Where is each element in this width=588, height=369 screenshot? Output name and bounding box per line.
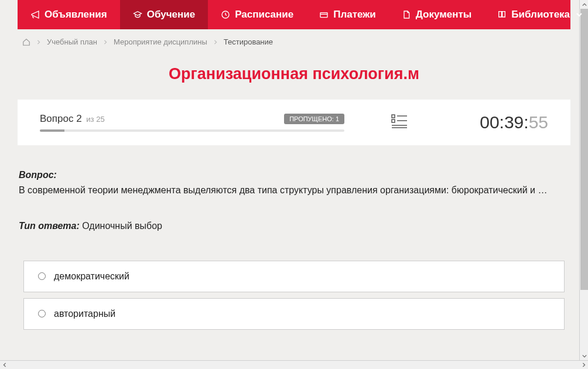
breadcrumb: Учебный план Мероприятие дисциплины Тест…: [18, 29, 570, 54]
main-navbar: Объявления Обучение Расписание Платежи: [18, 0, 570, 29]
timer-main: 00:39:: [480, 112, 528, 132]
home-icon[interactable]: [22, 38, 30, 46]
option-radio[interactable]: [38, 272, 46, 280]
option-text: авторитарный: [54, 309, 115, 319]
question-number: 2: [76, 113, 81, 124]
scroll-track[interactable]: [9, 361, 579, 370]
answer-type-label: Тип ответа:: [19, 221, 80, 231]
scroll-left-arrow[interactable]: [0, 361, 9, 370]
answer-type: Тип ответа: Одиночный выбор: [19, 221, 569, 231]
option-radio[interactable]: [38, 310, 46, 317]
question-of-word: из: [86, 115, 94, 124]
nav-learning[interactable]: Обучение: [120, 0, 208, 29]
question-area: Вопрос: В современной теории менеджмента…: [18, 168, 570, 347]
chevron-right-icon: [103, 40, 108, 45]
breadcrumb-link[interactable]: Учебный план: [47, 37, 97, 46]
answer-type-value: Одиночный выбор: [82, 221, 162, 231]
list-icon: [391, 114, 408, 128]
options-container: демократический авторитарный: [19, 261, 569, 347]
nav-item-label: Обучение: [147, 9, 195, 20]
chevron-right-icon: [36, 40, 41, 45]
nav-item-label: Платежи: [333, 9, 376, 20]
option-row[interactable]: авторитарный: [23, 298, 565, 330]
nav-item-label: Объявления: [45, 9, 107, 20]
nav-payments[interactable]: Платежи: [306, 0, 389, 29]
question-total: из 25: [86, 115, 104, 124]
nav-announcements[interactable]: Объявления: [18, 0, 120, 29]
skipped-label: ПРОПУЩЕНО:: [289, 115, 334, 122]
nav-schedule[interactable]: Расписание: [208, 0, 306, 29]
question-label: Вопрос:: [19, 170, 57, 180]
breadcrumb-current: Тестирование: [224, 37, 273, 46]
question-list-button[interactable]: [391, 114, 408, 131]
page-title: Организационная психология.м: [18, 65, 570, 83]
svg-rect-2: [392, 115, 395, 118]
nav-item-label: Библиотека: [511, 9, 570, 20]
question-total-num: 25: [96, 115, 104, 124]
progress-section: Вопрос 2 из 25 ПРОПУЩЕНО: 1: [40, 113, 344, 132]
nav-library[interactable]: Библиотека: [484, 0, 588, 29]
chevron-right-icon: [213, 40, 218, 45]
breadcrumb-link[interactable]: Мероприятие дисциплины: [114, 37, 207, 46]
nav-item-label: Документы: [416, 9, 472, 20]
horizontal-scrollbar[interactable]: [0, 360, 588, 369]
chevron-down-icon: [576, 11, 583, 18]
question-prefix: Вопрос: [40, 113, 73, 124]
nav-documents[interactable]: Документы: [389, 0, 485, 29]
option-text: демократический: [54, 271, 129, 282]
clock-icon: [221, 10, 230, 19]
payment-icon: [319, 10, 329, 19]
skipped-count: 1: [336, 115, 339, 122]
scroll-right-arrow[interactable]: [579, 361, 588, 370]
skipped-badge: ПРОПУЩЕНО: 1: [284, 114, 344, 124]
option-row[interactable]: демократический: [23, 261, 565, 292]
svg-rect-1: [320, 13, 327, 18]
question-block: Вопрос: В современной теории менеджмента…: [19, 168, 569, 199]
progress-bar: [40, 129, 344, 132]
progress-fill: [40, 129, 64, 132]
book-icon: [497, 10, 507, 19]
question-text: В современной теории менеджмента выделяю…: [19, 185, 547, 195]
document-icon: [402, 10, 411, 19]
nav-item-label: Расписание: [235, 9, 293, 20]
svg-rect-3: [392, 119, 395, 122]
timer-seconds: 55: [529, 112, 548, 132]
status-bar: Вопрос 2 из 25 ПРОПУЩЕНО: 1: [18, 100, 570, 145]
graduation-icon: [133, 10, 142, 19]
timer: 00:39:55: [480, 112, 548, 132]
megaphone-icon: [30, 10, 40, 19]
question-counter: Вопрос 2 из 25: [40, 113, 105, 125]
